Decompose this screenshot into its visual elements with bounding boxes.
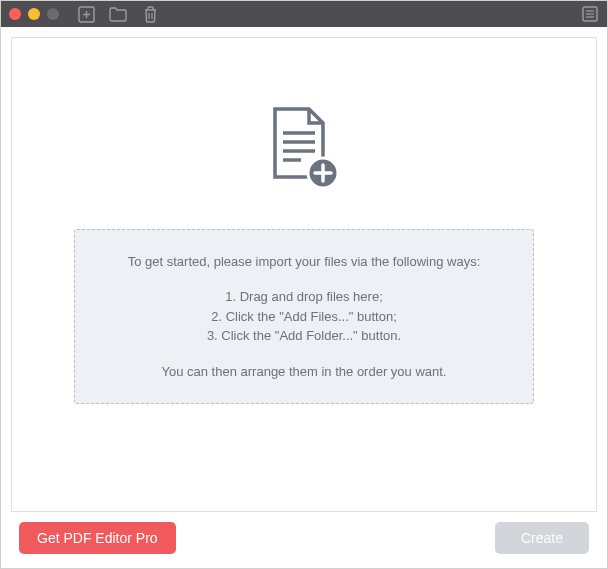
close-window-button[interactable] bbox=[9, 8, 21, 20]
content-area: To get started, please import your files… bbox=[1, 27, 607, 568]
instruction-step-3: 3. Click the "Add Folder..." button. bbox=[105, 326, 503, 346]
traffic-lights bbox=[9, 8, 59, 20]
instructions-outro: You can then arrange them in the order y… bbox=[105, 362, 503, 382]
instruction-step-2: 2. Click the "Add Files..." button; bbox=[105, 307, 503, 327]
add-files-icon[interactable] bbox=[77, 5, 95, 23]
list-view-icon[interactable] bbox=[581, 5, 599, 23]
footer: Get PDF Editor Pro Create bbox=[11, 512, 597, 558]
instructions-steps: 1. Drag and drop files here; 2. Click th… bbox=[105, 287, 503, 346]
instructions-box: To get started, please import your files… bbox=[74, 229, 534, 405]
get-pdf-editor-pro-button[interactable]: Get PDF Editor Pro bbox=[19, 522, 176, 554]
minimize-window-button[interactable] bbox=[28, 8, 40, 20]
instructions-intro: To get started, please import your files… bbox=[105, 252, 503, 272]
delete-icon[interactable] bbox=[141, 5, 159, 23]
app-window: To get started, please import your files… bbox=[0, 0, 608, 569]
create-button[interactable]: Create bbox=[495, 522, 589, 554]
instruction-step-1: 1. Drag and drop files here; bbox=[105, 287, 503, 307]
document-add-icon bbox=[265, 105, 343, 199]
toolbar bbox=[77, 5, 159, 23]
add-folder-icon[interactable] bbox=[109, 5, 127, 23]
main-area[interactable]: To get started, please import your files… bbox=[11, 37, 597, 512]
title-bar bbox=[1, 1, 607, 27]
fullscreen-window-button[interactable] bbox=[47, 8, 59, 20]
